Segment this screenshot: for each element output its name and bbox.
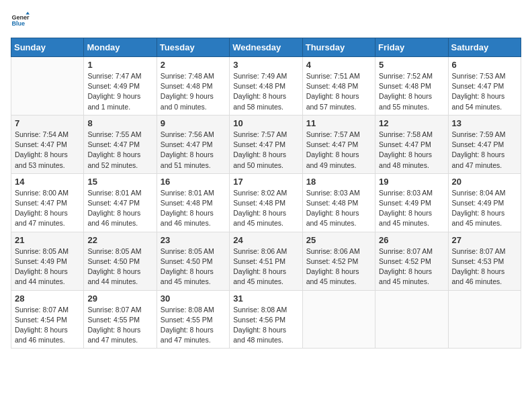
day-detail: Sunrise: 8:08 AM Sunset: 4:55 PM Dayligh… — [161, 305, 226, 346]
calendar-week-2: 7Sunrise: 7:54 AM Sunset: 4:47 PM Daylig… — [11, 115, 521, 173]
calendar-week-1: 1Sunrise: 7:47 AM Sunset: 4:49 PM Daylig… — [11, 57, 521, 116]
calendar-cell: 20Sunrise: 8:04 AM Sunset: 4:49 PM Dayli… — [448, 173, 521, 232]
day-detail: Sunrise: 8:08 AM Sunset: 4:56 PM Dayligh… — [233, 305, 298, 346]
day-detail: Sunrise: 7:53 AM Sunset: 4:47 PM Dayligh… — [452, 71, 517, 112]
day-number: 29 — [87, 293, 152, 304]
calendar-cell: 30Sunrise: 8:08 AM Sunset: 4:55 PM Dayli… — [157, 290, 229, 349]
day-number: 4 — [306, 60, 371, 70]
day-detail: Sunrise: 7:59 AM Sunset: 4:47 PM Dayligh… — [452, 130, 517, 171]
calendar-cell: 12Sunrise: 7:58 AM Sunset: 4:47 PM Dayli… — [375, 115, 448, 173]
day-detail: Sunrise: 7:52 AM Sunset: 4:48 PM Dayligh… — [379, 71, 444, 112]
day-detail: Sunrise: 7:48 AM Sunset: 4:48 PM Dayligh… — [161, 71, 226, 112]
day-number: 8 — [87, 118, 152, 128]
day-number: 14 — [15, 177, 80, 187]
day-number: 30 — [161, 293, 226, 304]
day-number: 17 — [233, 177, 298, 187]
day-number: 31 — [233, 293, 298, 304]
day-number: 27 — [452, 235, 517, 245]
day-number: 3 — [233, 60, 298, 70]
calendar-week-4: 21Sunrise: 8:05 AM Sunset: 4:49 PM Dayli… — [11, 232, 521, 290]
calendar-cell: 17Sunrise: 8:02 AM Sunset: 4:48 PM Dayli… — [230, 173, 302, 232]
day-number: 20 — [452, 177, 517, 187]
day-detail: Sunrise: 8:03 AM Sunset: 4:48 PM Dayligh… — [306, 188, 371, 229]
day-detail: Sunrise: 8:05 AM Sunset: 4:50 PM Dayligh… — [87, 246, 152, 287]
header-day-tuesday: Tuesday — [157, 38, 229, 57]
day-number: 12 — [379, 118, 444, 128]
day-number: 19 — [379, 177, 444, 187]
calendar-cell: 5Sunrise: 7:52 AM Sunset: 4:48 PM Daylig… — [375, 57, 448, 116]
calendar-week-3: 14Sunrise: 8:00 AM Sunset: 4:47 PM Dayli… — [11, 173, 521, 232]
calendar-cell: 29Sunrise: 8:07 AM Sunset: 4:55 PM Dayli… — [84, 290, 157, 349]
calendar-cell: 23Sunrise: 8:05 AM Sunset: 4:50 PM Dayli… — [157, 232, 229, 290]
calendar-cell: 18Sunrise: 8:03 AM Sunset: 4:48 PM Dayli… — [302, 173, 375, 232]
calendar-cell: 19Sunrise: 8:03 AM Sunset: 4:49 PM Dayli… — [375, 173, 448, 232]
day-detail: Sunrise: 7:51 AM Sunset: 4:48 PM Dayligh… — [306, 71, 371, 112]
day-detail: Sunrise: 8:07 AM Sunset: 4:53 PM Dayligh… — [452, 246, 517, 287]
day-detail: Sunrise: 8:02 AM Sunset: 4:48 PM Dayligh… — [233, 188, 298, 229]
calendar-cell: 7Sunrise: 7:54 AM Sunset: 4:47 PM Daylig… — [11, 115, 84, 173]
day-number: 23 — [161, 235, 226, 245]
header-day-saturday: Saturday — [448, 38, 521, 57]
day-number: 13 — [452, 118, 517, 128]
day-number: 22 — [87, 235, 152, 245]
day-detail: Sunrise: 8:07 AM Sunset: 4:55 PM Dayligh… — [87, 305, 152, 346]
calendar-cell: 2Sunrise: 7:48 AM Sunset: 4:48 PM Daylig… — [157, 57, 229, 116]
calendar-cell: 14Sunrise: 8:00 AM Sunset: 4:47 PM Dayli… — [11, 173, 84, 232]
header-day-friday: Friday — [375, 38, 448, 57]
calendar-cell: 6Sunrise: 7:53 AM Sunset: 4:47 PM Daylig… — [448, 57, 521, 116]
day-detail: Sunrise: 8:06 AM Sunset: 4:52 PM Dayligh… — [306, 246, 371, 287]
day-number: 24 — [233, 235, 298, 245]
day-detail: Sunrise: 8:01 AM Sunset: 4:47 PM Dayligh… — [87, 188, 152, 229]
calendar-cell: 21Sunrise: 8:05 AM Sunset: 4:49 PM Dayli… — [11, 232, 84, 290]
calendar-cell: 3Sunrise: 7:49 AM Sunset: 4:48 PM Daylig… — [230, 57, 302, 116]
logo-icon: General Blue — [11, 11, 30, 30]
header-day-sunday: Sunday — [11, 38, 84, 57]
day-detail: Sunrise: 8:07 AM Sunset: 4:54 PM Dayligh… — [15, 305, 80, 346]
day-number: 11 — [306, 118, 371, 128]
day-number: 1 — [87, 60, 152, 70]
calendar-cell: 27Sunrise: 8:07 AM Sunset: 4:53 PM Dayli… — [448, 232, 521, 290]
header-day-monday: Monday — [84, 38, 157, 57]
calendar-cell: 15Sunrise: 8:01 AM Sunset: 4:47 PM Dayli… — [84, 173, 157, 232]
calendar-week-5: 28Sunrise: 8:07 AM Sunset: 4:54 PM Dayli… — [11, 290, 521, 349]
calendar-cell: 24Sunrise: 8:06 AM Sunset: 4:51 PM Dayli… — [230, 232, 302, 290]
day-detail: Sunrise: 8:06 AM Sunset: 4:51 PM Dayligh… — [233, 246, 298, 287]
calendar: SundayMondayTuesdayWednesdayThursdayFrid… — [11, 38, 521, 349]
day-detail: Sunrise: 8:03 AM Sunset: 4:49 PM Dayligh… — [379, 188, 444, 229]
svg-text:Blue: Blue — [11, 20, 25, 27]
day-number: 16 — [161, 177, 226, 187]
calendar-cell — [11, 57, 84, 116]
calendar-cell: 9Sunrise: 7:56 AM Sunset: 4:47 PM Daylig… — [157, 115, 229, 173]
day-detail: Sunrise: 7:57 AM Sunset: 4:47 PM Dayligh… — [306, 130, 371, 171]
day-detail: Sunrise: 7:49 AM Sunset: 4:48 PM Dayligh… — [233, 71, 298, 112]
logo: General Blue — [11, 11, 30, 30]
calendar-cell: 11Sunrise: 7:57 AM Sunset: 4:47 PM Dayli… — [302, 115, 375, 173]
calendar-header-row: SundayMondayTuesdayWednesdayThursdayFrid… — [11, 38, 521, 57]
day-detail: Sunrise: 8:05 AM Sunset: 4:49 PM Dayligh… — [15, 246, 80, 287]
calendar-cell: 10Sunrise: 7:57 AM Sunset: 4:47 PM Dayli… — [230, 115, 302, 173]
day-detail: Sunrise: 8:05 AM Sunset: 4:50 PM Dayligh… — [161, 246, 226, 287]
header-day-wednesday: Wednesday — [230, 38, 302, 57]
calendar-cell — [302, 290, 375, 349]
day-detail: Sunrise: 8:07 AM Sunset: 4:52 PM Dayligh… — [379, 246, 444, 287]
day-number: 26 — [379, 235, 444, 245]
day-number: 5 — [379, 60, 444, 70]
day-number: 28 — [15, 293, 80, 304]
day-detail: Sunrise: 7:55 AM Sunset: 4:47 PM Dayligh… — [87, 130, 152, 171]
svg-text:General: General — [11, 14, 30, 21]
calendar-cell — [448, 290, 521, 349]
calendar-cell: 22Sunrise: 8:05 AM Sunset: 4:50 PM Dayli… — [84, 232, 157, 290]
day-number: 15 — [87, 177, 152, 187]
header: General Blue — [11, 11, 521, 30]
day-detail: Sunrise: 8:04 AM Sunset: 4:49 PM Dayligh… — [452, 188, 517, 229]
day-detail: Sunrise: 8:01 AM Sunset: 4:48 PM Dayligh… — [161, 188, 226, 229]
day-detail: Sunrise: 7:56 AM Sunset: 4:47 PM Dayligh… — [161, 130, 226, 171]
day-detail: Sunrise: 7:47 AM Sunset: 4:49 PM Dayligh… — [87, 71, 152, 112]
day-number: 10 — [233, 118, 298, 128]
calendar-cell: 16Sunrise: 8:01 AM Sunset: 4:48 PM Dayli… — [157, 173, 229, 232]
day-number: 9 — [161, 118, 226, 128]
calendar-cell: 1Sunrise: 7:47 AM Sunset: 4:49 PM Daylig… — [84, 57, 157, 116]
calendar-cell: 8Sunrise: 7:55 AM Sunset: 4:47 PM Daylig… — [84, 115, 157, 173]
day-number: 7 — [15, 118, 80, 128]
svg-marker-2 — [26, 11, 30, 14]
